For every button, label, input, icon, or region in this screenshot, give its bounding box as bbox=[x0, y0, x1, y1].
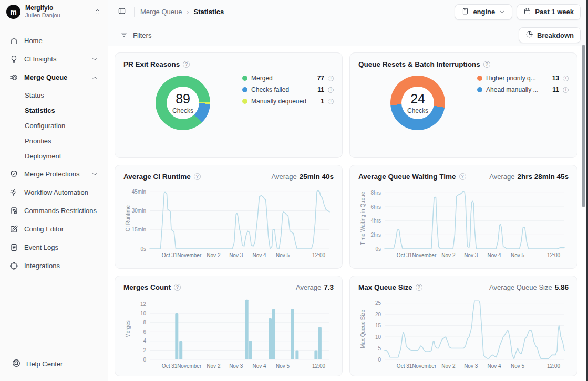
legend: Merged77iChecks failed11iManually dequeu… bbox=[242, 69, 334, 130]
help-icon[interactable]: ? bbox=[174, 284, 181, 291]
divider bbox=[134, 7, 135, 17]
info-icon[interactable]: i bbox=[328, 99, 334, 104]
sidebar-item-label: Event Logs bbox=[24, 244, 98, 251]
panel-icon-slot bbox=[118, 7, 126, 17]
sidebar-item-configuration[interactable]: Configuration bbox=[5, 118, 102, 133]
filter-icon-slot bbox=[120, 30, 128, 40]
sidebar-item-merge-queue[interactable]: Merge Queue bbox=[5, 69, 102, 86]
date-range-label: Past 1 week bbox=[535, 8, 574, 16]
org-switcher[interactable]: m Mergifyio Julien Danjou bbox=[0, 0, 108, 24]
svg-text:20: 20 bbox=[375, 312, 381, 318]
svg-text:4: 4 bbox=[143, 338, 146, 344]
card-head: Average Queue Waiting Time?Average2hrs 2… bbox=[358, 173, 569, 181]
shield-icon bbox=[9, 170, 18, 178]
book-icon bbox=[461, 7, 469, 15]
sidebar-item-label: Merge Protections bbox=[24, 170, 85, 178]
main-area: Merge Queue › Statistics engine Past 1 w… bbox=[108, 0, 588, 381]
svg-text:5: 5 bbox=[378, 345, 381, 351]
sidebar-item-config-editor[interactable]: Config Editor bbox=[5, 221, 102, 237]
svg-text:November: November bbox=[177, 252, 202, 258]
info-icon[interactable]: i bbox=[563, 76, 569, 81]
help-center-link[interactable]: Help Center bbox=[0, 351, 108, 381]
lifebuoy-icon-slot bbox=[12, 358, 21, 369]
svg-text:Nov 2: Nov 2 bbox=[207, 252, 221, 258]
repo-select[interactable]: engine bbox=[455, 4, 512, 20]
svg-text:12:00: 12:00 bbox=[547, 363, 560, 369]
svg-text:0: 0 bbox=[143, 357, 146, 363]
sidebar-item-home[interactable]: Home bbox=[5, 33, 102, 49]
legend-label: Manually dequeued bbox=[251, 98, 317, 105]
pie-body: 24ChecksHigher priority q...13iAhead man… bbox=[358, 69, 569, 130]
legend-value: 11 bbox=[317, 86, 324, 93]
sidebar-item-integrations[interactable]: Integrations bbox=[5, 258, 102, 274]
average-value: 7.3 bbox=[324, 283, 334, 291]
average-stat: Average Queue Size5.86 bbox=[489, 283, 569, 291]
sidebar-item-commands-restrictions[interactable]: Commands Restrictions bbox=[5, 203, 102, 219]
legend-item: Higher priority q...13i bbox=[477, 75, 569, 82]
sidebar-item-ci-insights[interactable]: CI Insights bbox=[5, 51, 102, 67]
filters-toolbar: Filters Breakdown bbox=[108, 24, 588, 46]
filters-button[interactable]: Filters bbox=[116, 27, 156, 44]
svg-text:Nov 3: Nov 3 bbox=[464, 252, 478, 258]
svg-text:10: 10 bbox=[375, 334, 381, 340]
info-icon[interactable]: i bbox=[563, 87, 569, 93]
help-icon[interactable]: ? bbox=[194, 173, 201, 180]
chevron-down-sm-icon bbox=[499, 8, 506, 15]
legend-value: 13 bbox=[552, 75, 559, 82]
sidebar-item-merge-protections[interactable]: Merge Protections bbox=[5, 166, 102, 182]
bulb-icon bbox=[9, 55, 18, 64]
svg-text:Nov 5: Nov 5 bbox=[511, 363, 525, 369]
sidebar-item-priorities[interactable]: Priorities bbox=[5, 133, 102, 148]
sidebar-item-label: Commands Restrictions bbox=[24, 207, 98, 215]
svg-text:15: 15 bbox=[375, 323, 381, 329]
repo-icon-slot bbox=[461, 7, 469, 17]
queue-resets-donut: 24Checks bbox=[390, 76, 445, 130]
svg-text:Nov 4: Nov 4 bbox=[253, 363, 267, 369]
queue-waiting-time-chart: 0s2hrs4hrs6hrs8hrsOct 31NovemberNov 2Nov… bbox=[358, 184, 568, 261]
svg-text:12:00: 12:00 bbox=[547, 252, 560, 258]
pie-body: 89ChecksMerged77iChecks failed11iManuall… bbox=[123, 69, 334, 130]
vertical-scrollbar[interactable] bbox=[582, 45, 585, 207]
merge-queue-icon bbox=[9, 73, 18, 82]
help-icon[interactable]: ? bbox=[183, 61, 190, 68]
chevron-slot bbox=[499, 8, 506, 15]
help-center-label: Help Center bbox=[26, 360, 63, 368]
donut-unit: Checks bbox=[407, 107, 428, 114]
legend-dot bbox=[242, 76, 247, 81]
clipboard-lock-icon bbox=[9, 206, 18, 215]
filter-icon bbox=[120, 30, 128, 39]
svg-text:Oct 31: Oct 31 bbox=[397, 363, 412, 369]
legend-label: Ahead manually ... bbox=[486, 86, 549, 93]
svg-text:45min: 45min bbox=[132, 189, 146, 195]
breadcrumb-merge-queue[interactable]: Merge Queue bbox=[140, 8, 182, 16]
svg-text:CI Runtime: CI Runtime bbox=[125, 205, 131, 231]
breakdown-button[interactable]: Breakdown bbox=[519, 27, 581, 43]
sidebar-item-deployment[interactable]: Deployment bbox=[5, 149, 102, 163]
svg-text:8: 8 bbox=[143, 320, 146, 325]
sidebar-toggle-button[interactable] bbox=[116, 5, 128, 19]
user-name: Julien Danjou bbox=[25, 12, 60, 19]
info-icon[interactable]: i bbox=[328, 76, 334, 81]
svg-text:Nov 4: Nov 4 bbox=[488, 252, 502, 258]
info-icon[interactable]: i bbox=[328, 87, 334, 93]
breadcrumb: Merge Queue › Statistics bbox=[140, 8, 224, 16]
mergify-logo: m bbox=[6, 5, 20, 19]
svg-text:Nov 3: Nov 3 bbox=[464, 363, 478, 369]
svg-text:Nov 5: Nov 5 bbox=[276, 363, 290, 369]
average-stat: Average2hrs 28min 45s bbox=[489, 173, 569, 181]
svg-text:10: 10 bbox=[140, 311, 147, 316]
help-icon[interactable]: ? bbox=[483, 61, 490, 68]
panel-icon bbox=[118, 7, 126, 15]
date-range-button[interactable]: Past 1 week bbox=[517, 4, 581, 20]
svg-text:12: 12 bbox=[140, 301, 147, 307]
help-icon[interactable]: ? bbox=[416, 284, 422, 291]
max-queue-size-chart: 0510152025Oct 31NovemberNov 2Nov 3Nov 4N… bbox=[358, 294, 568, 372]
ci-runtime-chart: 0s15min30min45minOct 31NovemberNov 2Nov … bbox=[123, 184, 333, 261]
sidebar-item-status[interactable]: Status bbox=[5, 88, 102, 102]
svg-text:Nov 4: Nov 4 bbox=[253, 252, 267, 258]
sidebar-item-workflow-automation[interactable]: Workflow Automation bbox=[5, 184, 102, 200]
legend: Higher priority q...13iAhead manually ..… bbox=[477, 69, 569, 130]
sidebar-item-statistics[interactable]: Statistics bbox=[5, 103, 102, 118]
sidebar-item-event-logs[interactable]: Event Logs bbox=[5, 239, 102, 256]
help-icon[interactable]: ? bbox=[459, 173, 466, 180]
